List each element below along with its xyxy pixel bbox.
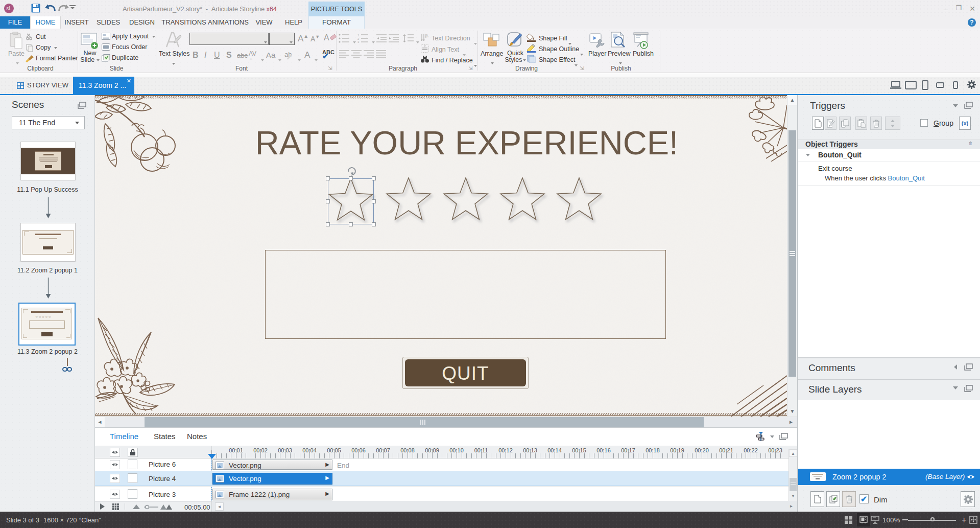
svg-text:A: A <box>425 33 428 38</box>
svg-text:3: 3 <box>357 40 360 43</box>
svg-text:1: 1 <box>357 34 360 37</box>
